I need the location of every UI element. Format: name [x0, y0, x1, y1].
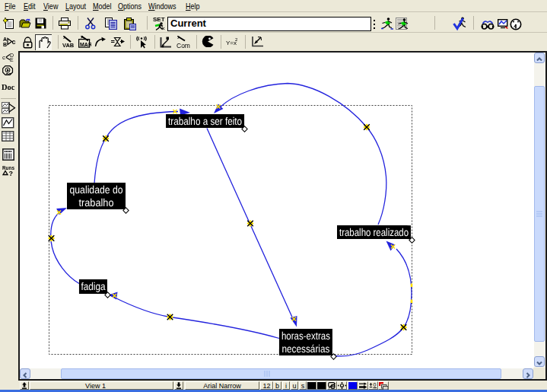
svg-text:0: 0: [374, 382, 377, 387]
svg-text:MAR: MAR: [80, 42, 91, 47]
svg-text:c: c: [2, 54, 5, 61]
svg-text:horas-extras: horas-extras: [281, 330, 330, 342]
svg-text:2: 2: [235, 37, 238, 42]
svg-text:E: E: [10, 57, 14, 62]
svg-text:B: B: [3, 42, 7, 47]
svg-text:trabalho: trabalho: [79, 196, 114, 209]
svg-text:c: c: [12, 38, 16, 46]
svg-text:fadiga: fadiga: [81, 280, 105, 292]
svg-text:necessárias: necessárias: [281, 343, 329, 355]
svg-text:Com: Com: [177, 42, 190, 49]
svg-text:VAB: VAB: [62, 42, 75, 48]
svg-text:qualidade do: qualidade do: [70, 183, 123, 196]
svg-text:?: ?: [9, 170, 14, 177]
svg-text:trabalho realizado: trabalho realizado: [339, 226, 409, 238]
svg-text:trabalho a ser feito: trabalho a ser feito: [168, 115, 242, 127]
svg-text:SET: SET: [153, 16, 165, 23]
